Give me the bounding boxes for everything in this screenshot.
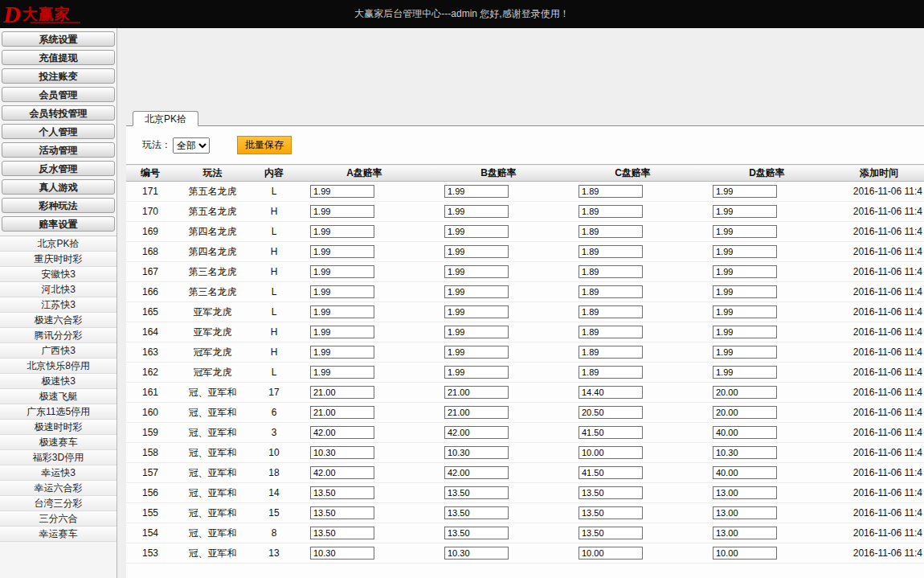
odds-d-input[interactable] <box>713 245 777 258</box>
odds-b-input[interactable] <box>444 285 509 298</box>
odds-c-input[interactable] <box>579 265 643 278</box>
odds-b-input[interactable] <box>444 305 509 318</box>
odds-a-input[interactable] <box>310 245 374 258</box>
odds-c-input[interactable] <box>579 185 643 198</box>
odds-c-input[interactable] <box>579 506 643 519</box>
odds-d-input[interactable] <box>713 346 777 359</box>
odds-a-input[interactable] <box>310 366 374 379</box>
sidebar-submenu-item[interactable]: 广西快3 <box>0 343 117 359</box>
sidebar-submenu-item[interactable]: 台湾三分彩 <box>0 496 117 511</box>
odds-a-input[interactable] <box>310 346 374 359</box>
odds-d-input[interactable] <box>713 446 777 459</box>
odds-b-input[interactable] <box>444 466 509 479</box>
odds-c-input[interactable] <box>579 346 643 359</box>
sidebar-menu-item[interactable]: 真人游戏 <box>2 179 115 195</box>
odds-c-input[interactable] <box>579 426 643 439</box>
odds-b-input[interactable] <box>444 386 509 399</box>
sidebar-submenu-item[interactable]: 北京快乐8停用 <box>0 359 117 374</box>
odds-b-input[interactable] <box>444 426 509 439</box>
sidebar-menu-item[interactable]: 个人管理 <box>2 124 115 139</box>
odds-a-input[interactable] <box>310 406 374 419</box>
odds-a-input[interactable] <box>310 386 374 399</box>
odds-d-input[interactable] <box>713 265 777 278</box>
odds-c-input[interactable] <box>579 466 643 479</box>
odds-d-input[interactable] <box>713 326 777 338</box>
sidebar-submenu-item[interactable]: 广东11选5停用 <box>0 404 117 420</box>
odds-c-input[interactable] <box>579 527 643 539</box>
odds-a-input[interactable] <box>310 305 374 318</box>
sidebar-submenu-item[interactable]: 三分六合 <box>0 511 117 527</box>
odds-d-input[interactable] <box>713 185 777 198</box>
sidebar-submenu-item[interactable]: 安徽快3 <box>0 267 117 282</box>
sidebar-menu-item[interactable]: 会员转投管理 <box>2 105 115 121</box>
odds-d-input[interactable] <box>713 406 777 419</box>
sidebar-submenu-item[interactable]: 江苏快3 <box>0 297 117 313</box>
odds-a-input[interactable] <box>310 547 374 560</box>
odds-c-input[interactable] <box>579 225 643 238</box>
sidebar-menu-item[interactable]: 系统设置 <box>2 31 115 47</box>
odds-d-input[interactable] <box>713 225 777 238</box>
odds-b-input[interactable] <box>444 185 509 198</box>
odds-a-input[interactable] <box>310 265 374 278</box>
sidebar-submenu-item[interactable]: 重庆时时彩 <box>0 252 117 267</box>
play-filter-select[interactable]: 全部 <box>173 137 210 154</box>
sidebar-menu-item[interactable]: 反水管理 <box>2 161 115 176</box>
odds-b-input[interactable] <box>444 225 509 238</box>
odds-c-input[interactable] <box>579 305 643 318</box>
odds-c-input[interactable] <box>579 406 643 419</box>
odds-d-input[interactable] <box>713 285 777 298</box>
odds-c-input[interactable] <box>579 285 643 298</box>
sidebar-submenu-item[interactable]: 幸运六合彩 <box>0 481 117 496</box>
odds-a-input[interactable] <box>310 466 374 479</box>
odds-b-input[interactable] <box>444 366 509 379</box>
odds-c-input[interactable] <box>579 245 643 258</box>
odds-d-input[interactable] <box>713 466 777 479</box>
sidebar-submenu-item[interactable]: 幸运赛车 <box>0 527 117 542</box>
odds-b-input[interactable] <box>444 527 509 539</box>
odds-b-input[interactable] <box>444 547 509 560</box>
sidebar-submenu-item[interactable]: 幸运快3 <box>0 465 117 481</box>
odds-d-input[interactable] <box>713 386 777 399</box>
sidebar-menu-item[interactable]: 彩种玩法 <box>2 198 115 213</box>
batch-save-button[interactable]: 批量保存 <box>237 136 292 154</box>
odds-d-input[interactable] <box>713 506 777 519</box>
odds-b-input[interactable] <box>444 406 509 419</box>
odds-a-input[interactable] <box>310 185 374 198</box>
odds-a-input[interactable] <box>310 326 374 338</box>
odds-b-input[interactable] <box>444 205 509 218</box>
sidebar-submenu-item[interactable]: 极速赛车 <box>0 435 117 450</box>
odds-b-input[interactable] <box>444 326 509 338</box>
odds-d-input[interactable] <box>713 205 777 218</box>
odds-a-input[interactable] <box>310 285 374 298</box>
odds-b-input[interactable] <box>444 446 509 459</box>
odds-d-input[interactable] <box>713 426 777 439</box>
odds-c-input[interactable] <box>579 326 643 338</box>
odds-c-input[interactable] <box>579 386 643 399</box>
odds-c-input[interactable] <box>579 486 643 499</box>
sidebar-submenu-item[interactable]: 河北快3 <box>0 282 117 297</box>
odds-a-input[interactable] <box>310 426 374 439</box>
sidebar-menu-item[interactable]: 充值提现 <box>2 50 115 65</box>
odds-c-input[interactable] <box>579 205 643 218</box>
odds-b-input[interactable] <box>444 265 509 278</box>
odds-b-input[interactable] <box>444 245 509 258</box>
sidebar-menu-item[interactable]: 投注账变 <box>2 68 115 84</box>
odds-d-input[interactable] <box>713 305 777 318</box>
odds-b-input[interactable] <box>444 346 509 359</box>
odds-b-input[interactable] <box>444 506 509 519</box>
odds-c-input[interactable] <box>579 366 643 379</box>
sidebar-submenu-item[interactable]: 福彩3D停用 <box>0 450 117 465</box>
sidebar-menu-item[interactable]: 会员管理 <box>2 87 115 102</box>
odds-d-input[interactable] <box>713 527 777 539</box>
sidebar-submenu-item[interactable]: 极速六合彩 <box>0 313 117 328</box>
odds-b-input[interactable] <box>444 486 509 499</box>
odds-d-input[interactable] <box>713 366 777 379</box>
tab-beijing-pk10[interactable]: 北京PK拾 <box>133 111 198 126</box>
sidebar-submenu-item[interactable]: 极速快3 <box>0 374 117 389</box>
odds-c-input[interactable] <box>579 446 643 459</box>
sidebar-submenu-item[interactable]: 极速飞艇 <box>0 389 117 404</box>
sidebar-submenu-item[interactable]: 腾讯分分彩 <box>0 328 117 343</box>
odds-d-input[interactable] <box>713 486 777 499</box>
odds-a-input[interactable] <box>310 527 374 539</box>
sidebar-submenu-item[interactable]: 北京PK拾 <box>0 236 117 252</box>
